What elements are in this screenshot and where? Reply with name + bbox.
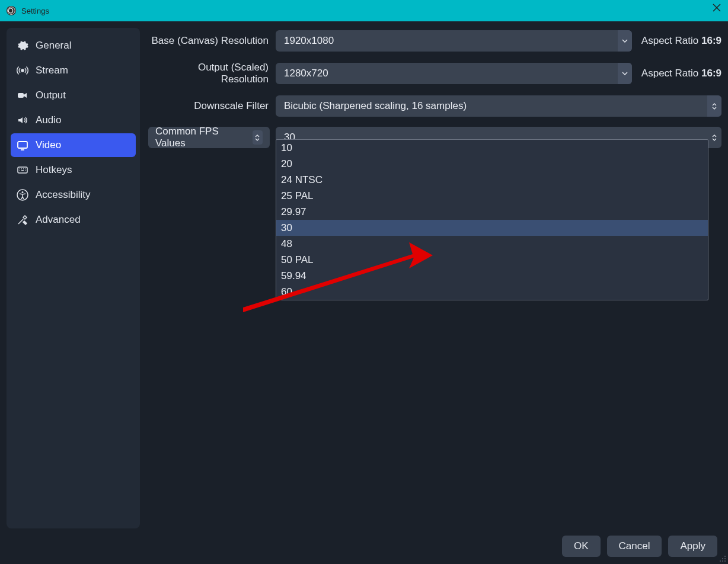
monitor-icon — [17, 139, 28, 151]
fps-dropdown-list[interactable]: 102024 NTSC25 PAL29.97304850 PAL59.9460 — [276, 139, 708, 300]
sidebar-item-label: Audio — [36, 114, 61, 126]
accessibility-icon — [17, 189, 28, 201]
fps-option[interactable]: 30 — [276, 220, 708, 236]
fps-option[interactable]: 60 — [276, 284, 708, 300]
sidebar-item-advanced[interactable]: Advanced — [11, 208, 136, 232]
resize-grip-icon[interactable] — [717, 553, 727, 563]
sidebar-item-label: General — [36, 40, 71, 52]
svg-point-7 — [22, 191, 24, 193]
base-resolution-label: Base (Canvas) Resolution — [148, 35, 270, 47]
fps-type-combo[interactable]: Common FPS Values — [148, 127, 270, 148]
svg-rect-3 — [18, 93, 24, 98]
body-area: General Stream Output Audio — [0, 21, 728, 528]
fps-option[interactable]: 20 — [276, 156, 708, 172]
fps-option[interactable]: 10 — [276, 140, 708, 156]
output-resolution-value: 1280x720 — [284, 68, 328, 79]
keyboard-icon — [17, 164, 28, 176]
fps-option[interactable]: 29.97 — [276, 204, 708, 220]
output-aspect-ratio: Aspect Ratio 16:9 — [641, 68, 721, 79]
chevron-down-icon — [618, 63, 632, 84]
base-aspect-ratio: Aspect Ratio 16:9 — [641, 35, 721, 47]
svg-rect-10 — [722, 558, 723, 559]
fps-type-label: Common FPS Values — [155, 126, 248, 149]
title-bar: Settings — [0, 0, 728, 21]
tools-icon — [17, 214, 28, 226]
sidebar-item-label: Video — [36, 139, 61, 151]
window-title: Settings — [21, 7, 49, 15]
obs-app-icon — [6, 5, 17, 16]
fps-option[interactable]: 50 PAL — [276, 252, 708, 268]
sidebar-item-label: Stream — [36, 65, 68, 76]
sidebar-item-label: Output — [36, 89, 66, 101]
gear-icon — [17, 40, 28, 52]
footer: OK Cancel Apply — [0, 528, 728, 564]
svg-point-2 — [21, 69, 24, 72]
spinner-icon — [253, 130, 263, 145]
camcorder-icon — [17, 89, 28, 101]
spinner-icon — [707, 127, 721, 148]
main-pane: Base (Canvas) Resolution 1920x1080 Aspec… — [148, 28, 721, 528]
downscale-filter-label: Downscale Filter — [148, 100, 270, 112]
sidebar-item-audio[interactable]: Audio — [11, 108, 136, 132]
settings-window: Settings General Stream — [0, 0, 728, 564]
svg-rect-14 — [724, 560, 726, 562]
chevron-down-icon — [618, 30, 632, 52]
sidebar-item-label: Hotkeys — [36, 164, 72, 176]
base-resolution-value: 1920x1080 — [284, 35, 334, 47]
broadcast-icon — [17, 65, 28, 76]
svg-rect-13 — [722, 560, 723, 562]
sidebar-item-accessibility[interactable]: Accessibility — [11, 183, 136, 207]
output-resolution-label: Output (Scaled) Resolution — [148, 62, 270, 85]
output-resolution-combo[interactable]: 1280x720 — [276, 63, 632, 84]
base-resolution-combo[interactable]: 1920x1080 — [276, 30, 632, 52]
svg-rect-12 — [720, 560, 721, 562]
fps-option[interactable]: 24 NTSC — [276, 172, 708, 188]
svg-point-0 — [7, 6, 16, 15]
sidebar-item-output[interactable]: Output — [11, 84, 136, 107]
sidebar-item-general[interactable]: General — [11, 34, 136, 57]
downscale-filter-row: Downscale Filter Bicubic (Sharpened scal… — [148, 95, 721, 117]
base-resolution-row: Base (Canvas) Resolution 1920x1080 Aspec… — [148, 30, 721, 52]
sidebar-item-stream[interactable]: Stream — [11, 59, 136, 82]
svg-rect-11 — [724, 558, 726, 559]
downscale-filter-combo[interactable]: Bicubic (Sharpened scaling, 16 samples) — [276, 95, 721, 117]
svg-rect-9 — [724, 556, 726, 557]
close-icon[interactable] — [713, 4, 721, 12]
fps-option[interactable]: 48 — [276, 236, 708, 252]
fps-option[interactable]: 25 PAL — [276, 188, 708, 204]
sidebar-item-video[interactable]: Video — [11, 133, 136, 157]
svg-rect-4 — [18, 142, 27, 148]
sidebar-item-label: Accessibility — [36, 189, 91, 201]
spinner-icon — [707, 95, 721, 117]
fps-option[interactable]: 59.94 — [276, 268, 708, 284]
output-resolution-row: Output (Scaled) Resolution 1280x720 Aspe… — [148, 62, 721, 85]
ok-button[interactable]: OK — [562, 536, 601, 557]
sound-icon — [17, 114, 28, 126]
sidebar: General Stream Output Audio — [7, 28, 140, 528]
cancel-button[interactable]: Cancel — [607, 536, 662, 557]
downscale-filter-value: Bicubic (Sharpened scaling, 16 samples) — [284, 100, 467, 112]
sidebar-item-hotkeys[interactable]: Hotkeys — [11, 158, 136, 182]
svg-rect-5 — [18, 167, 27, 173]
sidebar-item-label: Advanced — [36, 214, 81, 226]
apply-button[interactable]: Apply — [668, 536, 717, 557]
